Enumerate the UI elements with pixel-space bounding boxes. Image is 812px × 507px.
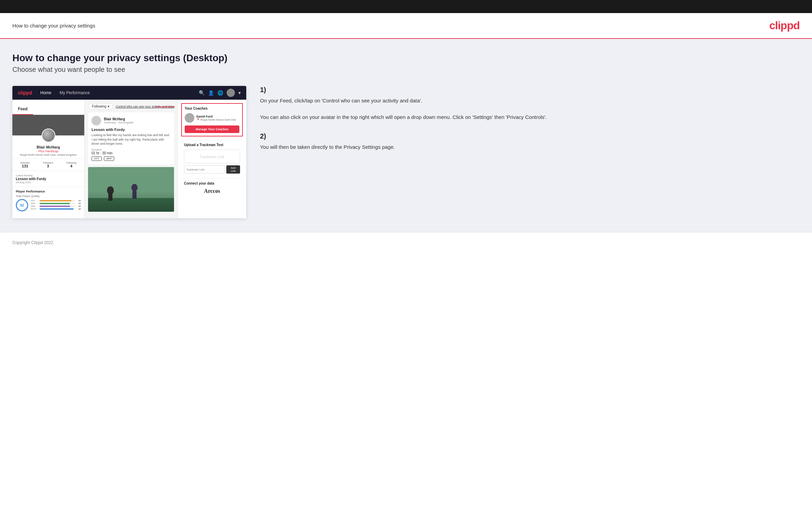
feed-tab[interactable]: Feed: [12, 104, 33, 115]
following-button[interactable]: Following ▾: [88, 103, 113, 110]
bar-app-wrap: [40, 203, 75, 204]
bar-arg-label: ARG: [31, 205, 39, 207]
golf-scene-svg: [88, 167, 174, 212]
coach-avatar: [185, 113, 194, 123]
site-header: How to change your privacy settings clip…: [0, 13, 812, 39]
duration-value: 01 hr : 30 min: [91, 151, 171, 155]
quality-bars: OTT 90 APP 85 ARG: [31, 200, 81, 211]
player-performance-title: Player Performance: [16, 190, 81, 193]
stat-followers: Followers 3: [43, 162, 53, 168]
bar-putt-fill: [40, 208, 74, 210]
connect-title: Connect your data: [184, 181, 240, 185]
bar-arg-wrap: [40, 206, 75, 207]
profile-banner: [12, 115, 84, 135]
trackman-placeholder: Trackman Link: [200, 155, 225, 159]
bar-arg-value: 86: [76, 205, 81, 207]
svg-rect-5: [132, 191, 137, 199]
coach-item: David Ford 📍 Royal North Devon Golf Club: [185, 113, 239, 123]
bar-putt: PUTT 96: [31, 208, 81, 210]
app-sidebar: Feed Blair McHarg Plus Handicap Royal No…: [12, 100, 85, 218]
trackman-input[interactable]: [184, 165, 225, 174]
svg-rect-0: [88, 167, 174, 212]
instruction-2-number: 2): [260, 132, 800, 140]
latest-activity-title: Lesson with Fordy: [16, 177, 81, 181]
manage-coaches-button[interactable]: Manage Your Coaches: [185, 125, 239, 133]
quality-score: 92: [16, 199, 28, 211]
site-footer: Copyright Clippd 2022: [0, 232, 812, 252]
instruction-1-number: 1): [260, 86, 800, 94]
annotation-line: [155, 107, 175, 107]
globe-icon[interactable]: 🌐: [217, 90, 223, 96]
trackman-title: Upload a Trackman Test: [184, 143, 240, 147]
post-header: Blair McHarg Yesterday · Sunningdale: [91, 116, 171, 125]
main-content: How to change your privacy settings (Des…: [0, 39, 812, 232]
bar-arg: ARG 86: [31, 205, 81, 207]
stat-following-value: 4: [66, 164, 76, 168]
post-avatar: [91, 116, 101, 125]
latest-activity-label: Latest Activity: [16, 174, 81, 177]
arccos-logo: Arccos: [184, 188, 240, 194]
profile-stats: Activities 131 Followers 3 Following 4: [12, 158, 84, 171]
badge-row: OTT APP: [91, 156, 171, 161]
bar-app-fill: [40, 203, 70, 204]
top-bar: [0, 0, 812, 13]
post-author-name: Blair McHarg: [104, 117, 133, 121]
bar-ott-fill: [40, 200, 72, 201]
breadcrumb: How to change your privacy settings: [12, 23, 95, 29]
add-link-button[interactable]: Add Link: [226, 165, 240, 174]
coach-info: David Ford 📍 Royal North Devon Golf Club: [196, 115, 236, 121]
nav-performance[interactable]: My Performance: [59, 90, 90, 95]
bar-app-label: APP: [31, 202, 39, 205]
total-player-quality-label: Total Player Quality: [16, 195, 81, 198]
instruction-2-text: You will then be taken directly to the P…: [260, 143, 800, 151]
feed-post: Blair McHarg Yesterday · Sunningdale Les…: [88, 112, 174, 164]
profile-club: Royal North Devon Golf Club, United King…: [15, 153, 82, 156]
person-icon[interactable]: 👤: [208, 90, 214, 96]
chevron-down-icon[interactable]: ▾: [238, 90, 241, 96]
bar-putt-wrap: [40, 208, 75, 210]
app-mockup: clippd Home My Performance 🔍 👤 🌐 ▾ Feed: [12, 86, 246, 218]
location-icon: 📍: [196, 118, 200, 121]
user-avatar[interactable]: [227, 89, 235, 97]
trackman-input-row: Add Link: [184, 165, 240, 174]
app-logo: clippd: [18, 90, 32, 96]
coaches-red-box: Your Coaches David Ford 📍 Royal North De…: [181, 103, 243, 136]
latest-activity-date: 03 Aug 2022: [16, 181, 81, 184]
profile-avatar: [42, 129, 55, 142]
bar-app-value: 85: [76, 202, 81, 205]
bar-putt-label: PUTT: [31, 208, 39, 210]
profile-handicap: Plus Handicap: [15, 150, 82, 153]
post-body: Looking to feel like my hands are exitin…: [91, 133, 171, 146]
following-chevron-icon: ▾: [108, 104, 109, 108]
content-row: clippd Home My Performance 🔍 👤 🌐 ▾ Feed: [12, 86, 800, 218]
search-icon[interactable]: 🔍: [199, 90, 205, 96]
post-author-info: Blair McHarg Yesterday · Sunningdale: [104, 117, 133, 124]
stat-followers-value: 3: [43, 164, 53, 168]
stat-followers-label: Followers: [43, 162, 53, 164]
bar-ott-wrap: [40, 200, 75, 201]
coaches-section: Your Coaches David Ford 📍 Royal North De…: [182, 104, 242, 136]
player-performance-section: Player Performance Total Player Quality …: [12, 187, 84, 214]
profile-name: Blair McHarg: [15, 145, 82, 149]
svg-rect-1: [88, 198, 174, 212]
stat-activities-label: Activities: [20, 162, 30, 164]
bar-app: APP 85: [31, 202, 81, 205]
coaches-section-title: Your Coaches: [185, 107, 239, 110]
trackman-section: Upload a Trackman Test Trackman Link Add…: [181, 140, 243, 176]
svg-rect-3: [108, 194, 112, 201]
trackman-link-box: Trackman Link: [184, 150, 240, 163]
feed-header: Following ▾ Control who can see your act…: [88, 103, 174, 110]
instruction-1-text: On your Feed, click/tap on 'Control who …: [260, 97, 800, 121]
svg-point-4: [131, 184, 138, 191]
nav-home[interactable]: Home: [40, 90, 51, 95]
badge-ott: OTT: [91, 156, 102, 161]
bar-ott-value: 90: [76, 200, 81, 202]
stat-following-label: Following: [66, 162, 76, 164]
app-right-panel: Your Coaches David Ford 📍 Royal North De…: [177, 100, 246, 218]
instruction-1: 1) On your Feed, click/tap on 'Control w…: [260, 86, 800, 121]
duration-label: Duration: [91, 148, 171, 151]
footer-copyright: Copyright Clippd 2022: [12, 240, 53, 245]
page-subtitle: Choose what you want people to see: [12, 66, 800, 74]
clippd-logo: clippd: [769, 19, 800, 32]
golf-image: [88, 167, 174, 212]
